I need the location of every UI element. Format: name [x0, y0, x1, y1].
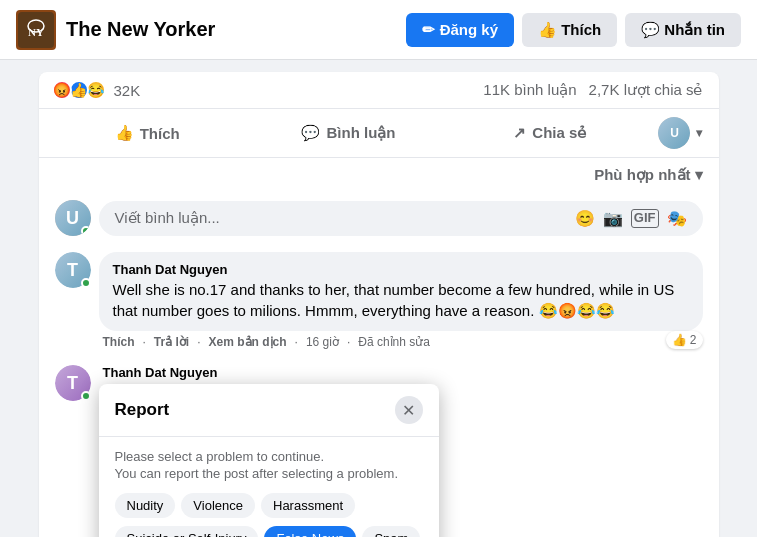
commenter2-avatar-wrap: T	[55, 365, 91, 401]
report-option-suicide[interactable]: Suicide or Self-Injury	[115, 526, 259, 537]
post-card: 😡 👍 😂 32K 11K bình luận 2,7K lượt chia s…	[39, 72, 719, 537]
sort-row: Phù hợp nhất ▾	[39, 158, 719, 192]
translate-comment-link[interactable]: Xem bản dịch	[209, 335, 287, 349]
sort-chevron-icon: ▾	[695, 166, 703, 184]
angry-emoji: 😡	[52, 80, 72, 100]
reactions-bar: 😡 👍 😂 32K 11K bình luận 2,7K lượt chia s…	[39, 72, 719, 109]
online-indicator	[81, 226, 91, 236]
report-modal-title: Report	[115, 400, 170, 420]
comment-reaction-count: 2	[690, 333, 697, 347]
commenter-avatar-wrap: T	[55, 252, 91, 288]
share-action-button[interactable]: ↗ Chia sẻ	[449, 113, 650, 153]
page-logo: NY	[16, 10, 56, 50]
like-icon: 👍	[115, 124, 134, 142]
report-modal: Report ✕ Please select a problem to cont…	[99, 384, 439, 537]
user-avatar-action[interactable]: U ▾	[650, 113, 710, 153]
reaction-count: 32K	[114, 82, 141, 99]
like-label: Thích	[140, 125, 180, 142]
share-icon: ↗	[513, 124, 526, 142]
comments-count: 11K bình luận	[483, 81, 576, 99]
subscribe-button[interactable]: ✏ Đăng ký	[406, 13, 514, 47]
comment-author: Thanh Dat Nguyen	[113, 262, 689, 277]
comment-placeholder: Viết bình luận...	[115, 209, 220, 227]
report-modal-body: Please select a problem to continue. You…	[99, 437, 439, 537]
comment-icon: 💬	[301, 124, 320, 142]
reactions-right: 11K bình luận 2,7K lượt chia sẻ	[483, 81, 702, 99]
comment-edited: Đã chỉnh sửa	[358, 335, 430, 349]
sort-label: Phù hợp nhất	[594, 166, 690, 184]
comment2-body: Thanh Dat Nguyen Report ✕ Please select …	[99, 365, 703, 537]
comment-bubble: Thanh Dat Nguyen Well she is no.17 and t…	[99, 252, 703, 331]
like-action-button[interactable]: 👍 Thích	[47, 113, 248, 153]
header-action-buttons: ✏ Đăng ký 👍 Thích 💬 Nhắn tin	[406, 13, 741, 47]
avatar-chevron: ▾	[696, 126, 702, 140]
reply-comment-link[interactable]: Trả lời	[154, 335, 189, 349]
report-option-harassment[interactable]: Harassment	[261, 493, 355, 518]
reaction-emojis: 😡 👍 😂	[55, 80, 106, 100]
report-option-false-news[interactable]: False News	[264, 526, 356, 537]
current-user-avatar: U	[55, 200, 91, 236]
comment-item-2: T Thanh Dat Nguyen Report ✕ Please selec…	[39, 357, 719, 537]
action-buttons-row: 👍 Thích 💬 Bình luận ↗ Chia sẻ U ▾	[39, 109, 719, 158]
comment-actions: Thích · Trả lời · Xem bản dịch · 16 giờ …	[99, 335, 430, 349]
comment-item: T Thanh Dat Nguyen Well she is no.17 and…	[39, 244, 719, 357]
report-close-button[interactable]: ✕	[395, 396, 423, 424]
reactions-left: 😡 👍 😂 32K	[55, 80, 141, 100]
sticker-icon[interactable]: 🎭	[667, 209, 687, 228]
comment-reaction-emoji: 👍	[672, 333, 687, 347]
report-options-row2: Suicide or Self-Injury False News Spam	[115, 526, 423, 537]
camera-icon[interactable]: 📷	[603, 209, 623, 228]
comment2-author: Thanh Dat Nguyen	[99, 365, 703, 380]
message-page-button[interactable]: 💬 Nhắn tin	[625, 13, 741, 47]
page-logo-section: NY The New Yorker	[16, 10, 406, 50]
commenter2-online-indicator	[81, 391, 91, 401]
comment-reaction-badge: 👍 2	[666, 331, 703, 349]
emoji-icon[interactable]: 😊	[575, 209, 595, 228]
page-name: The New Yorker	[66, 18, 215, 41]
report-subtitle: Please select a problem to continue. You…	[115, 449, 423, 483]
report-option-nudity[interactable]: Nudity	[115, 493, 176, 518]
report-option-violence[interactable]: Violence	[181, 493, 255, 518]
gif-icon[interactable]: GIF	[631, 209, 659, 228]
shares-count: 2,7K lượt chia sẻ	[589, 81, 703, 99]
like-comment-link[interactable]: Thích	[103, 335, 135, 349]
haha-emoji: 😂	[86, 80, 106, 100]
comment-input-icons: 😊 📷 GIF 🎭	[575, 209, 687, 228]
main-content: 😡 👍 😂 32K 11K bình luận 2,7K lượt chia s…	[39, 72, 719, 537]
comment-input-row: U Viết bình luận... 😊 📷 GIF 🎭	[39, 192, 719, 244]
sort-button[interactable]: Phù hợp nhất ▾	[594, 166, 702, 184]
like-emoji: 👍	[69, 80, 89, 100]
comment-time: 16 giờ	[306, 335, 339, 349]
comment-body: Thanh Dat Nguyen Well she is no.17 and t…	[99, 252, 703, 349]
report-option-spam[interactable]: Spam	[362, 526, 420, 537]
report-options-row1: Nudity Violence Harassment	[115, 493, 423, 518]
comment-label: Bình luận	[326, 124, 395, 142]
report-modal-header: Report ✕	[99, 384, 439, 437]
comment-action-button[interactable]: 💬 Bình luận	[248, 113, 449, 153]
share-label: Chia sẻ	[532, 124, 586, 142]
comment-input-box[interactable]: Viết bình luận... 😊 📷 GIF 🎭	[99, 201, 703, 236]
page-header: NY The New Yorker ✏ Đăng ký 👍 Thích 💬 Nh…	[0, 0, 757, 60]
like-page-button[interactable]: 👍 Thích	[522, 13, 617, 47]
commenter-online-indicator	[81, 278, 91, 288]
comment-text: Well she is no.17 and thanks to her, tha…	[113, 279, 689, 321]
user-avatar-small: U	[658, 117, 690, 149]
